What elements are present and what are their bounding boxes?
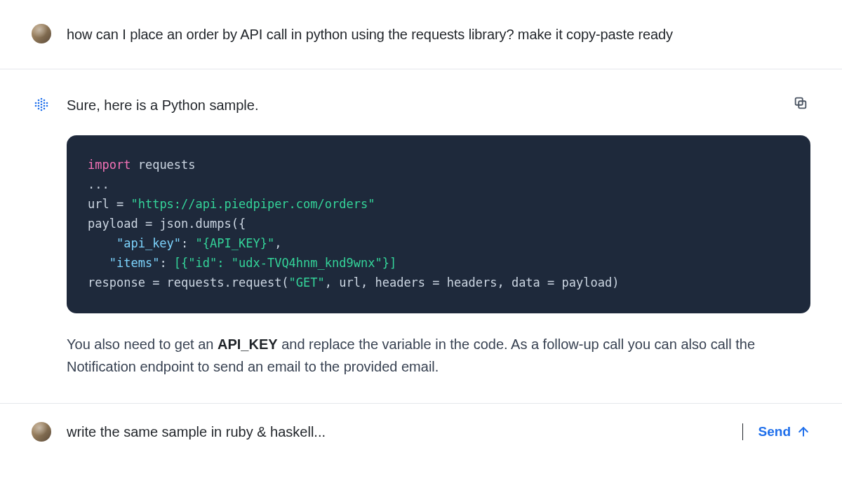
- text-caret: [742, 423, 743, 440]
- composer-row: write the same sample in ruby & haskell.…: [0, 404, 842, 460]
- send-label: Send: [759, 424, 791, 440]
- composer-avatar: [32, 422, 51, 442]
- assistant-avatar: [32, 95, 51, 114]
- code-token: import: [88, 158, 131, 172]
- code-token: ,: [274, 236, 281, 250]
- svg-point-0: [41, 98, 43, 100]
- code-token: "{API_KEY}": [196, 236, 275, 250]
- code-token: =: [109, 197, 131, 211]
- svg-point-11: [44, 105, 46, 107]
- user-message-row: how can I place an order by API call in …: [0, 0, 842, 69]
- assistant-follow-text: You also need to get an API_KEY and repl…: [67, 333, 810, 378]
- code-token: :: [159, 256, 173, 270]
- user-avatar: [32, 24, 51, 43]
- assistant-intro: Sure, here is a Python sample.: [67, 95, 810, 116]
- code-block[interactable]: import requests ... url = "https://api.p…: [67, 135, 810, 313]
- arrow-up-icon: [796, 425, 810, 439]
- assistant-message-body: Sure, here is a Python sample. import re…: [67, 95, 810, 378]
- code-token: json.dumps({: [159, 217, 246, 231]
- code-token: "items": [109, 256, 160, 270]
- svg-point-8: [38, 108, 40, 110]
- follow-bold: API_KEY: [218, 336, 278, 352]
- code-token: "https://api.piedpiper.com/orders": [131, 197, 375, 211]
- svg-point-15: [46, 102, 48, 104]
- svg-point-5: [38, 100, 40, 102]
- code-token: "api_key": [116, 236, 181, 250]
- svg-point-16: [46, 105, 48, 107]
- copy-button[interactable]: [791, 93, 810, 113]
- code-token: [{"id": "udx-TVQ4hnm_knd9wnx"}]: [174, 256, 396, 270]
- user-message-text: how can I place an order by API call in …: [67, 24, 810, 45]
- svg-point-3: [41, 107, 43, 109]
- code-token: , url, headers = headers, data = payload…: [325, 275, 620, 290]
- svg-point-7: [38, 105, 40, 107]
- code-token: requests: [138, 158, 196, 172]
- code-token: requests.request(: [167, 275, 289, 290]
- send-button[interactable]: Send: [759, 424, 810, 440]
- svg-point-4: [41, 109, 43, 111]
- svg-point-9: [44, 100, 46, 102]
- code-token: payload: [88, 217, 138, 231]
- svg-point-13: [35, 102, 37, 104]
- copy-icon: [793, 95, 808, 111]
- composer-input-wrap[interactable]: write the same sample in ruby & haskell.…: [67, 423, 743, 440]
- svg-point-1: [41, 101, 43, 103]
- code-token: ...: [88, 177, 109, 191]
- code-token: response: [88, 275, 145, 290]
- conversation: how can I place an order by API call in …: [0, 0, 842, 460]
- composer-input[interactable]: write the same sample in ruby & haskell.…: [67, 424, 742, 440]
- svg-point-10: [44, 102, 46, 104]
- follow-before: You also need to get an: [67, 336, 218, 352]
- code-token: =: [138, 217, 160, 231]
- svg-point-12: [44, 108, 46, 110]
- code-token: =: [145, 275, 167, 290]
- svg-point-6: [38, 102, 40, 104]
- assistant-message-row: Sure, here is a Python sample. import re…: [0, 69, 842, 404]
- svg-point-2: [41, 104, 43, 106]
- code-token: url: [88, 197, 109, 211]
- svg-point-14: [35, 105, 37, 107]
- code-token: "GET": [289, 275, 325, 290]
- code-token: :: [181, 236, 195, 250]
